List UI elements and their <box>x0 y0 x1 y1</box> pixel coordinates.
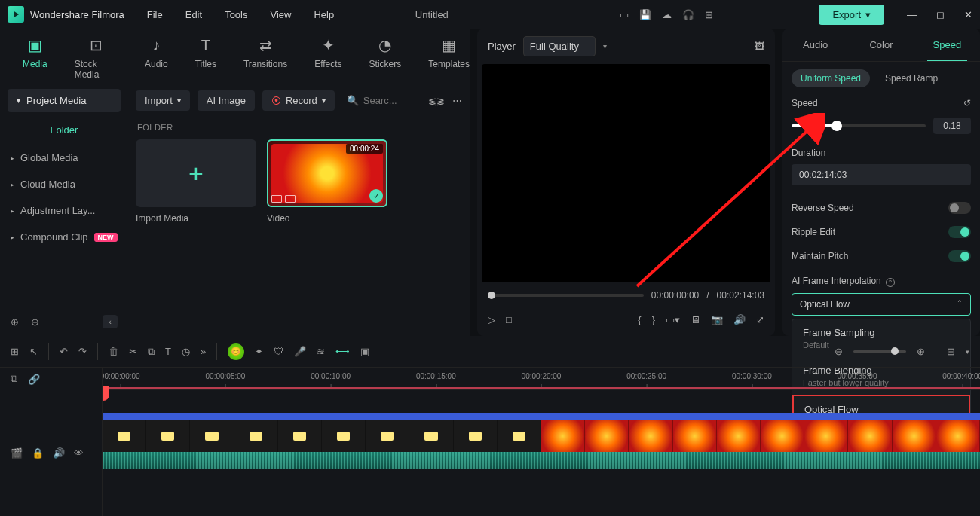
ai-interp-select[interactable]: Optical Flow ⌃ <box>792 293 971 316</box>
sidebar-item-adjustment-layer[interactable]: ▸ Adjustment Lay... <box>0 197 128 224</box>
folder-tab[interactable]: Folder <box>0 115 128 145</box>
mark-out-icon[interactable]: } <box>652 314 655 325</box>
import-media-cell[interactable]: + Import Media <box>136 139 256 224</box>
stop-button[interactable]: □ <box>506 314 512 325</box>
del-folder-icon[interactable]: ⊖ <box>31 316 39 328</box>
menu-edit[interactable]: Edit <box>185 9 202 20</box>
quality-select[interactable]: Full Quality <box>523 36 596 56</box>
titlebar-actions: ▭ 💾 ☁ 🎧 ⊞ <box>620 9 713 20</box>
project-media-button[interactable]: ▾ Project Media <box>8 89 121 112</box>
layout-icon[interactable]: ▭ <box>620 9 629 20</box>
volume-icon[interactable]: 🔊 <box>733 314 746 325</box>
tab-stickers[interactable]: ◔ Stickers <box>369 36 402 80</box>
collapse-sidebar-button[interactable]: ‹ <box>103 315 118 328</box>
lock-icon[interactable]: 🔒 <box>32 447 44 459</box>
sidebar-item-cloud-media[interactable]: ▸ Cloud Media <box>0 171 128 197</box>
mic-icon[interactable]: 🎤 <box>294 346 306 357</box>
preview-scrubber[interactable] <box>488 294 644 297</box>
sidebar-item-global-media[interactable]: ▸ Global Media <box>0 145 128 171</box>
maximize-button[interactable]: ◻ <box>936 9 945 20</box>
wave-icon[interactable]: ≋ <box>317 346 325 357</box>
tab-stock-media[interactable]: ⊡ Stock Media <box>75 36 118 80</box>
subtab-uniform-speed[interactable]: Uniform Speed <box>792 69 870 87</box>
redo-icon[interactable]: ↷ <box>78 346 87 357</box>
text-icon[interactable]: T <box>165 346 171 357</box>
tab-effects[interactable]: ✦ Effects <box>314 36 341 80</box>
menu-file[interactable]: File <box>147 9 163 20</box>
ai-image-button[interactable]: AI Image <box>198 90 255 111</box>
subtab-speed-ramp[interactable]: Speed Ramp <box>876 69 947 87</box>
info-icon[interactable]: ? <box>886 278 895 287</box>
pointer-icon[interactable]: ↖ <box>29 346 38 357</box>
video-track-icon[interactable]: 🎬 <box>11 447 23 459</box>
grid-icon[interactable]: ⊟ <box>947 346 955 357</box>
crop-icon[interactable]: ⧉ <box>148 346 155 358</box>
player-label: Player <box>488 41 516 52</box>
rtab-speed[interactable]: Speed <box>914 29 980 61</box>
speed-value-input[interactable]: 0.18 <box>933 118 971 134</box>
preview-video[interactable] <box>482 64 770 282</box>
timeline-tracks[interactable]: 00:00:00:00 00:00:05:00 00:00:10:00 00:0… <box>103 368 980 516</box>
delete-icon[interactable]: 🗑 <box>109 346 118 357</box>
visibility-icon[interactable]: 👁 <box>74 447 84 459</box>
duration-input[interactable]: 00:02:14:03 <box>792 164 971 185</box>
rtab-audio[interactable]: Audio <box>782 29 848 61</box>
mark-in-icon[interactable]: { <box>638 314 641 325</box>
record-button[interactable]: ⦿ Record ▾ <box>262 90 335 111</box>
apps-icon[interactable]: ⊞ <box>705 9 713 20</box>
zoom-in-icon[interactable]: ⊕ <box>917 346 925 357</box>
export-button[interactable]: Export ▾ <box>819 5 884 25</box>
maintain-pitch-toggle[interactable] <box>948 250 971 262</box>
snapshot-icon[interactable]: 🖼 <box>755 41 764 52</box>
tab-titles[interactable]: T Titles <box>195 36 216 80</box>
duplicate-icon[interactable]: ⧉ <box>11 373 17 385</box>
chevron-down-icon[interactable]: ▾ <box>966 348 969 356</box>
fullscreen-icon[interactable]: ⤢ <box>756 314 764 325</box>
marker-icon[interactable]: ▣ <box>360 346 369 357</box>
ripple-edit-toggle[interactable] <box>948 226 971 238</box>
shield-icon[interactable]: 🛡 <box>274 346 283 357</box>
face-icon[interactable]: 😊 <box>228 343 244 360</box>
cloud-icon[interactable]: ☁ <box>662 9 672 20</box>
stock-icon: ⊡ <box>87 36 105 54</box>
reverse-speed-toggle[interactable] <box>948 202 971 214</box>
audio-clip[interactable] <box>103 452 980 469</box>
tab-transitions[interactable]: ⇄ Transitions <box>243 36 287 80</box>
sidebar-item-compound-clip[interactable]: ▸ Compound Clip NEW <box>0 224 128 250</box>
headphones-icon[interactable]: 🎧 <box>682 9 694 20</box>
more-tools-icon[interactable]: » <box>201 346 206 357</box>
sparkle-icon[interactable]: ✦ <box>255 346 263 357</box>
new-folder-icon[interactable]: ⊕ <box>11 316 19 328</box>
minimize-button[interactable]: — <box>907 9 917 20</box>
rtab-color[interactable]: Color <box>848 29 914 61</box>
link-icon[interactable]: 🔗 <box>28 374 40 385</box>
speed-tl-icon[interactable]: ◷ <box>182 346 190 357</box>
tab-media[interactable]: ▣ Media <box>23 36 47 80</box>
split-icon[interactable]: ⟷ <box>335 346 350 357</box>
save-icon[interactable]: 💾 <box>639 9 651 20</box>
filter-icon[interactable]: ⫹⫺ <box>428 95 445 106</box>
close-button[interactable]: ✕ <box>964 9 972 20</box>
video-clip[interactable]: ▸ Video <box>103 420 980 452</box>
undo-icon[interactable]: ↶ <box>60 346 68 357</box>
video-media-cell[interactable]: 00:00:24 ✓ Video <box>267 139 387 224</box>
tab-templates[interactable]: ▦ Templates <box>428 36 470 80</box>
ratio-icon[interactable]: ▭▾ <box>666 314 680 325</box>
add-track-icon[interactable]: ⊞ <box>11 346 19 357</box>
camera-icon[interactable]: 📷 <box>711 314 723 325</box>
titles-icon: T <box>197 36 215 54</box>
speed-slider[interactable] <box>792 124 926 127</box>
tab-audio[interactable]: ♪ Audio <box>145 36 168 80</box>
import-button[interactable]: Import ▾ <box>136 90 190 111</box>
cut-icon[interactable]: ✂ <box>129 346 137 357</box>
search-input[interactable]: 🔍 <box>342 95 421 106</box>
display-icon[interactable]: 🖥 <box>691 314 700 325</box>
timeline-ruler[interactable]: 00:00:00:00 00:00:05:00 00:00:10:00 00:0… <box>103 368 980 390</box>
zoom-out-icon[interactable]: ⊖ <box>835 346 843 357</box>
more-icon[interactable]: ⋯ <box>452 95 462 106</box>
play-button[interactable]: ▷ <box>488 314 495 325</box>
zoom-slider[interactable] <box>853 350 906 353</box>
search-icon: 🔍 <box>347 95 359 106</box>
reset-speed-icon[interactable]: ↺ <box>963 98 971 108</box>
mute-icon[interactable]: 🔊 <box>53 447 65 459</box>
